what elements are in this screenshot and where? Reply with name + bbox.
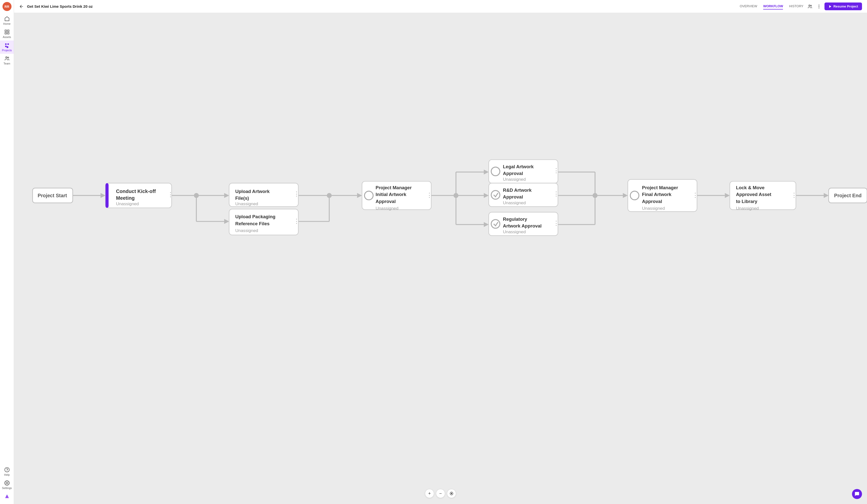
svg-text:Lock & Move: Lock & Move — [736, 185, 764, 190]
svg-point-4 — [6, 57, 7, 58]
svg-text:Initial Artwork: Initial Artwork — [376, 192, 406, 197]
svg-point-13 — [819, 5, 819, 5]
svg-text:⋮: ⋮ — [791, 192, 797, 198]
tab-workflow[interactable]: WORKFLOW — [763, 3, 783, 10]
svg-point-5 — [8, 57, 9, 58]
svg-text:⋮: ⋮ — [293, 218, 300, 224]
tab-history[interactable]: HISTORY — [789, 3, 803, 10]
sidebar-item-team[interactable]: Team — [0, 54, 14, 67]
brand-icon — [4, 493, 10, 499]
svg-text:File(s): File(s) — [235, 196, 249, 201]
sidebar-item-help[interactable]: Help — [0, 465, 14, 478]
svg-text:Final Artwork: Final Artwork — [642, 192, 672, 197]
tab-overview[interactable]: OVERVIEW — [740, 3, 757, 10]
resume-project-button[interactable]: Resume Project — [824, 2, 862, 10]
svg-text:Approval: Approval — [503, 171, 523, 176]
zoom-reset-button[interactable] — [447, 489, 456, 498]
team-icon — [4, 56, 10, 61]
svg-text:Approved Asset: Approved Asset — [736, 192, 771, 197]
svg-marker-10 — [5, 496, 9, 498]
svg-text:⋮: ⋮ — [293, 190, 300, 197]
workflow-diagram: Project Start Conduct Kick-off Meeting U… — [14, 13, 867, 504]
play-icon — [828, 5, 832, 8]
zoom-controls: + − — [425, 489, 456, 498]
sidebar-item-label: Projects — [2, 49, 12, 52]
svg-rect-58 — [106, 183, 109, 208]
svg-point-14 — [819, 6, 819, 7]
svg-text:Unassigned: Unassigned — [736, 206, 759, 211]
svg-text:Project Manager: Project Manager — [376, 185, 412, 190]
help-icon — [4, 467, 10, 472]
svg-text:⋮: ⋮ — [553, 220, 559, 227]
back-icon — [19, 4, 24, 9]
more-options-icon — [816, 4, 822, 9]
team-members-button[interactable] — [806, 3, 813, 10]
svg-text:⋮: ⋮ — [426, 192, 432, 198]
workflow-canvas[interactable]: Project Start Conduct Kick-off Meeting U… — [14, 13, 867, 504]
svg-point-11 — [809, 5, 810, 6]
svg-rect-0 — [5, 30, 6, 32]
sidebar-item-projects[interactable]: Projects — [0, 41, 14, 54]
svg-text:Artwork Approval: Artwork Approval — [503, 223, 542, 229]
projects-icon — [4, 43, 10, 48]
svg-text:Unassigned: Unassigned — [503, 200, 526, 205]
svg-text:Unassigned: Unassigned — [376, 206, 398, 211]
svg-text:Approval: Approval — [503, 194, 523, 199]
zoom-out-button[interactable]: − — [436, 489, 445, 498]
zoom-in-button[interactable]: + — [425, 489, 434, 498]
sidebar-item-label: Team — [3, 62, 10, 65]
header-tabs: OVERVIEW WORKFLOW HISTORY — [740, 3, 803, 10]
header-actions: Resume Project — [806, 2, 862, 10]
more-options-button[interactable] — [815, 3, 823, 10]
svg-point-8 — [6, 482, 8, 484]
svg-text:Upload Packaging: Upload Packaging — [235, 214, 276, 219]
svg-text:Legal Artwork: Legal Artwork — [503, 164, 534, 169]
svg-text:Unassigned: Unassigned — [642, 206, 665, 211]
svg-text:Unassigned: Unassigned — [116, 201, 139, 206]
svg-rect-3 — [7, 33, 9, 34]
svg-text:⋮: ⋮ — [553, 167, 559, 174]
svg-text:⋮: ⋮ — [692, 192, 698, 198]
svg-text:Project Manager: Project Manager — [642, 185, 678, 190]
home-icon — [4, 16, 10, 22]
assets-icon — [4, 29, 10, 35]
svg-text:⋮: ⋮ — [553, 190, 559, 197]
svg-text:to Library: to Library — [736, 199, 758, 204]
svg-point-15 — [819, 8, 819, 8]
sidebar-bottom: Help Settings — [0, 465, 14, 502]
svg-text:Project End: Project End — [834, 193, 862, 198]
back-button[interactable] — [19, 4, 24, 9]
main-content: Get Set Kiwi Lime Sports Drink 20 oz OVE… — [14, 0, 867, 504]
svg-text:Conduct Kick-off: Conduct Kick-off — [116, 188, 156, 194]
sidebar-item-settings[interactable]: Settings — [0, 478, 14, 492]
sidebar-item-label: Settings — [2, 486, 12, 490]
svg-text:Unassigned: Unassigned — [503, 177, 526, 182]
sidebar-item-label: Home — [3, 22, 11, 25]
svg-text:Unassigned: Unassigned — [503, 229, 526, 234]
sidebar-item-assets[interactable]: Assets — [0, 27, 14, 41]
sidebar: RR Home Assets Projects Team Help — [0, 0, 14, 504]
sidebar-item-label: Help — [4, 473, 10, 476]
chat-icon — [855, 492, 859, 496]
sidebar-item-home[interactable]: Home — [0, 14, 14, 27]
svg-text:Regulatory: Regulatory — [503, 217, 527, 222]
header: Get Set Kiwi Lime Sports Drink 20 oz OVE… — [14, 0, 867, 13]
svg-text:Reference Files: Reference Files — [235, 221, 270, 226]
svg-rect-2 — [5, 33, 6, 34]
chat-button[interactable] — [852, 489, 862, 499]
svg-text:Upload Artwork: Upload Artwork — [235, 189, 270, 194]
svg-text:Unassigned: Unassigned — [235, 201, 258, 206]
user-avatar[interactable]: RR — [2, 2, 11, 11]
center-icon — [450, 492, 453, 495]
page-title: Get Set Kiwi Lime Sports Drink 20 oz — [27, 4, 737, 9]
svg-text:Project Start: Project Start — [38, 193, 67, 198]
svg-point-114 — [451, 493, 452, 494]
svg-text:Approval: Approval — [376, 199, 396, 204]
svg-text:Unassigned: Unassigned — [235, 228, 258, 233]
svg-text:⋮: ⋮ — [167, 191, 174, 198]
sidebar-item-label: Assets — [3, 35, 11, 39]
svg-text:Approval: Approval — [642, 199, 662, 204]
svg-point-12 — [811, 5, 812, 6]
svg-text:Meeting: Meeting — [116, 195, 135, 201]
settings-icon — [4, 480, 10, 486]
